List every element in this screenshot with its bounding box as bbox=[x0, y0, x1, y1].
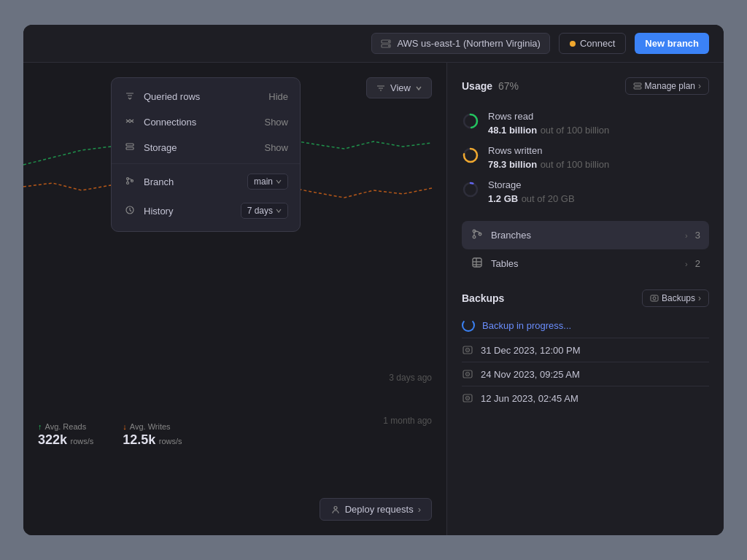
storage-action: Show bbox=[264, 142, 288, 153]
new-branch-label: New branch bbox=[645, 38, 699, 49]
divider-1 bbox=[112, 163, 300, 164]
deploy-label: Deploy requests bbox=[345, 504, 414, 515]
metric-rows-read: Rows read 48.1 billion out of 100 billio… bbox=[462, 106, 709, 141]
branches-label: Branches bbox=[491, 230, 678, 241]
history-select-value: 7 days bbox=[247, 206, 273, 216]
branch-nav-icon bbox=[471, 228, 484, 242]
backup-item-label-1: 24 Nov 2023, 09:25 AM bbox=[481, 369, 580, 380]
branches-chevron: › bbox=[685, 231, 688, 240]
rows-read-limit: out of 100 billion bbox=[541, 125, 610, 136]
svg-point-12 bbox=[127, 182, 129, 184]
svg-rect-17 bbox=[634, 83, 641, 85]
down-arrow-icon: ↓ bbox=[123, 422, 127, 431]
history-select[interactable]: 7 days bbox=[241, 203, 288, 219]
nav-tables[interactable]: Tables › 2 bbox=[462, 249, 709, 278]
svg-point-2 bbox=[388, 41, 390, 42]
history-chevron-icon bbox=[276, 208, 282, 214]
storage-limit: out of 20 GB bbox=[522, 193, 575, 204]
main-content: View bbox=[23, 63, 724, 535]
svg-point-16 bbox=[334, 506, 337, 509]
backup-btn-icon bbox=[650, 294, 659, 303]
branch-select[interactable]: main bbox=[247, 174, 288, 190]
view-label: View bbox=[390, 82, 411, 93]
svg-point-34 bbox=[653, 297, 656, 300]
svg-point-37 bbox=[467, 349, 468, 351]
queried-rows-label: Queried rows bbox=[144, 91, 200, 102]
backup-spinner bbox=[462, 319, 475, 332]
dropdown-row-connections[interactable]: Connections Show bbox=[112, 109, 300, 135]
stats-area: ↑ Avg. Reads 322k rows/s ↓ Avg. Writes 1… bbox=[38, 422, 182, 448]
storage-name: Storage bbox=[488, 179, 575, 190]
tables-nav-icon bbox=[471, 257, 484, 271]
plan-icon bbox=[633, 82, 642, 90]
svg-point-26 bbox=[473, 236, 476, 238]
backup-item-icon-0 bbox=[462, 344, 473, 356]
avg-writes-unit: rows/s bbox=[159, 437, 182, 446]
backups-button[interactable]: Backups › bbox=[642, 289, 709, 307]
usage-header: Usage 67% Manage plan › bbox=[462, 77, 709, 95]
backup-item-label-0: 31 Dec 2023, 12:00 PM bbox=[481, 345, 581, 356]
metric-storage: Storage 1.2 GB out of 20 GB bbox=[462, 175, 709, 209]
backups-chevron: › bbox=[698, 293, 701, 303]
rows-written-limit: out of 100 billion bbox=[541, 159, 610, 170]
backups-section: Backups Backups › Backup in progress... bbox=[462, 289, 709, 410]
backup-in-progress-label: Backup in progress... bbox=[482, 320, 571, 331]
backup-item-0[interactable]: 31 Dec 2023, 12:00 PM bbox=[462, 338, 709, 362]
queried-rows-action: Hide bbox=[268, 91, 288, 102]
deploy-chevron: › bbox=[418, 504, 421, 515]
branches-count: 3 bbox=[695, 230, 700, 241]
view-button[interactable]: View bbox=[366, 77, 432, 98]
branch-icon bbox=[123, 176, 136, 188]
storage-progress bbox=[462, 181, 479, 198]
dropdown-row-history[interactable]: History 7 days bbox=[112, 196, 300, 225]
svg-rect-9 bbox=[126, 144, 133, 146]
timeline: 3 days ago 1 month ago bbox=[383, 373, 432, 426]
storage-value: 1.2 GB bbox=[488, 193, 518, 204]
connections-action: Show bbox=[264, 117, 288, 128]
backup-item-label-2: 12 Jun 2023, 02:45 AM bbox=[481, 393, 578, 404]
up-arrow-icon: ↑ bbox=[38, 422, 42, 431]
svg-point-3 bbox=[388, 45, 390, 47]
manage-plan-chevron: › bbox=[698, 81, 701, 91]
backup-item-1[interactable]: 24 Nov 2023, 09:25 AM bbox=[462, 362, 709, 386]
nav-branches[interactable]: Branches › 3 bbox=[462, 221, 709, 249]
tables-label: Tables bbox=[491, 258, 678, 269]
chevron-down-icon bbox=[415, 85, 422, 92]
metric-rows-written: Rows written 78.3 billion out of 100 bil… bbox=[462, 141, 709, 175]
storage-icon bbox=[123, 141, 136, 154]
avg-writes-label: Avg. Writes bbox=[130, 422, 171, 431]
rows-written-name: Rows written bbox=[488, 145, 609, 156]
svg-point-43 bbox=[467, 397, 468, 399]
backup-in-progress-row: Backup in progress... bbox=[462, 313, 709, 338]
svg-rect-29 bbox=[473, 258, 481, 267]
svg-rect-10 bbox=[126, 147, 133, 149]
dropdown-row-branch[interactable]: Branch main bbox=[112, 167, 300, 196]
region-button[interactable]: AWS us-east-1 (Northern Virginia) bbox=[371, 33, 550, 54]
metrics-list: Rows read 48.1 billion out of 100 billio… bbox=[462, 106, 709, 209]
connect-button[interactable]: Connect bbox=[559, 33, 626, 54]
backups-title: Backups bbox=[462, 292, 504, 304]
new-branch-button[interactable]: New branch bbox=[635, 33, 709, 54]
manage-plan-button[interactable]: Manage plan › bbox=[625, 77, 709, 95]
rows-read-name: Rows read bbox=[488, 111, 609, 122]
rows-written-value: 78.3 billion bbox=[488, 159, 537, 170]
dropdown-row-queried-rows[interactable]: Queried rows Hide bbox=[112, 84, 300, 109]
svg-point-40 bbox=[467, 373, 468, 375]
avg-writes-stat: ↓ Avg. Writes 12.5k rows/s bbox=[123, 422, 182, 448]
dropdown-row-storage[interactable]: Storage Show bbox=[112, 135, 300, 160]
manage-plan-label: Manage plan bbox=[645, 81, 695, 91]
avg-reads-unit: rows/s bbox=[71, 437, 94, 446]
backup-item-icon-1 bbox=[462, 368, 473, 380]
rows-read-value: 48.1 billion bbox=[488, 125, 537, 136]
timeline-item-1: 1 month ago bbox=[383, 416, 432, 426]
backup-item-2[interactable]: 12 Jun 2023, 02:45 AM bbox=[462, 386, 709, 410]
connect-label: Connect bbox=[580, 38, 615, 49]
nav-list: Branches › 3 Tables › bbox=[462, 221, 709, 278]
branch-select-value: main bbox=[254, 176, 273, 187]
rows-written-text: Rows written 78.3 billion out of 100 bil… bbox=[488, 145, 609, 171]
branch-chevron-icon bbox=[276, 179, 282, 184]
deploy-requests-button[interactable]: Deploy requests › bbox=[320, 498, 432, 521]
storage-text: Storage 1.2 GB out of 20 GB bbox=[488, 179, 575, 205]
dropdown-menu: Queried rows Hide Connections bbox=[111, 77, 301, 232]
avg-writes-value: 12.5k bbox=[123, 432, 155, 447]
